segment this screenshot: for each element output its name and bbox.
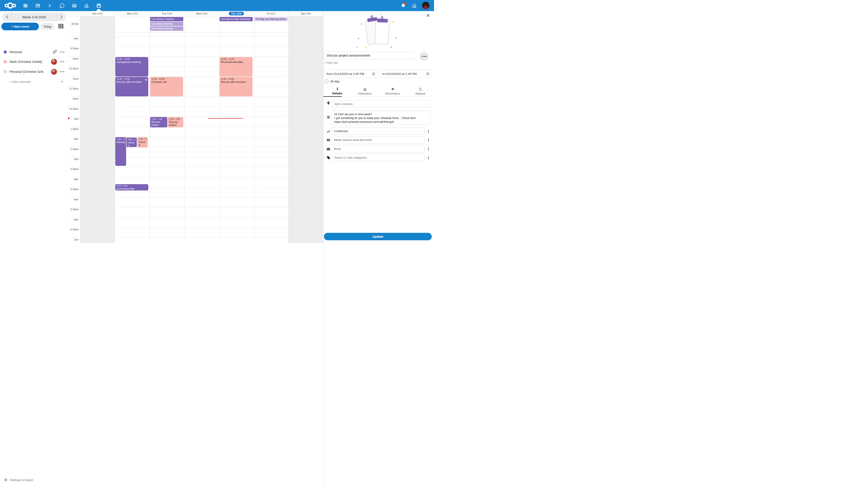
- calendar-item-work-christine[interactable]: Work (Christine Schott): [0, 58, 68, 66]
- calendar-name: Personal (Christine Scho...: [9, 70, 43, 74]
- availability-briefcase-icon: [327, 147, 331, 151]
- day-header-sun: Sun 1/12: [80, 11, 115, 16]
- new-event-button[interactable]: + New event: [1, 23, 39, 30]
- time-label: 6:30pm: [68, 228, 79, 231]
- event-time: 2:00 - 2:30: [138, 138, 147, 141]
- share-link-icon[interactable]: [53, 50, 57, 55]
- week-grid[interactable]: Sun 1/12 Mon 1/13 Tue 1/14 Wed 1/15 Thu …: [68, 11, 323, 243]
- status-select[interactable]: Confirmed: [332, 127, 425, 135]
- sidebar: Week 3 of 2020 + New event Today Persona…: [0, 11, 68, 243]
- time-label: 5:30pm: [68, 208, 79, 211]
- today-button[interactable]: Today: [41, 23, 54, 30]
- availability-select[interactable]: Busy: [332, 145, 425, 152]
- allday-event-cancelled[interactable]: Line dance training: [150, 26, 183, 31]
- timezone-globe-icon[interactable]: [426, 72, 430, 76]
- day-header-thu-today: Thu 1/16: [219, 11, 254, 16]
- calendar-menu-icon[interactable]: [59, 61, 66, 62]
- attendees-icon: [363, 87, 367, 91]
- time-label: 5pm: [68, 198, 79, 201]
- event-time: 10:00 - 11:00: [117, 58, 147, 60]
- event-end-field[interactable]: to 01/14/2020 at 1:30 PM: [380, 70, 432, 78]
- event-title: Discuss project: [169, 121, 182, 127]
- day-header-fri: Fri 1/17: [254, 11, 288, 16]
- previous-week-button[interactable]: [2, 13, 12, 21]
- contacts-menu-icon[interactable]: [412, 3, 417, 8]
- view-toggle-icon[interactable]: [59, 24, 63, 29]
- tab-attendees[interactable]: Attendees: [351, 86, 379, 96]
- calendar-color-dot: [4, 60, 7, 63]
- notification-badge: [404, 2, 406, 4]
- event-illustration: + +: [358, 17, 400, 51]
- nextcloud-logo[interactable]: [4, 2, 16, 8]
- calendar-menu-icon[interactable]: [59, 52, 66, 53]
- categories-input[interactable]: [332, 154, 425, 161]
- status-info-icon[interactable]: i: [427, 129, 430, 134]
- timezone-globe-icon[interactable]: [372, 72, 375, 76]
- last-modified-label: 2 days ago: [324, 61, 338, 64]
- calendar-item-personal-christine[interactable]: Personal (Christine Scho...: [0, 68, 68, 76]
- allday-event[interactable]: Line Dance Training: [150, 17, 183, 21]
- time-label: 4:30pm: [68, 188, 79, 191]
- event-editor-panel: × + + 2 days ago from 01/14/2020 at 1:00…: [323, 11, 434, 243]
- event-time: 10:00 - 11:00: [221, 58, 251, 60]
- all-day-checkbox[interactable]: [325, 80, 328, 83]
- time-label: 1:30pm: [68, 127, 79, 130]
- event[interactable]: 2:00 - 2:30 check-in: [126, 137, 137, 147]
- shared-by-avatar: [51, 69, 57, 75]
- calendar-name: Work (Christine Schott): [9, 60, 42, 64]
- event-title: Phonecall with Abby: [221, 61, 251, 64]
- photos-icon[interactable]: [35, 3, 40, 8]
- files-icon[interactable]: [23, 3, 28, 8]
- event[interactable]: 1:00 - 1:30 Discuss project announcement: [150, 117, 167, 127]
- allday-row-label: all-day: [68, 22, 79, 25]
- event-title-input[interactable]: [324, 52, 414, 59]
- event-start-field[interactable]: from 01/14/2020 at 1:00 PM: [324, 70, 377, 78]
- event-title: Discuss office furniture: [221, 81, 251, 84]
- allday-event[interactable]: The Big Line Dancing Show: [254, 17, 288, 21]
- time-label: 2:30pm: [68, 148, 79, 150]
- event[interactable]: 4:20 - 4:40 purchasing dept: [115, 184, 148, 191]
- event-title: Discuss project announcement: [151, 121, 166, 127]
- visibility-info-icon[interactable]: i: [427, 138, 430, 142]
- event[interactable]: 1:00 - 1:30 Discuss project: [167, 117, 183, 127]
- event[interactable]: 11:00 - 12:00 Company call: [150, 77, 183, 96]
- event-title: purchasing dept: [117, 187, 147, 190]
- week-label: Week 3 of 2020: [12, 13, 56, 21]
- contacts-icon[interactable]: [84, 3, 89, 8]
- allday-event[interactable]: Line dance main rehearsal: [219, 17, 253, 21]
- next-week-button[interactable]: [56, 13, 66, 21]
- new-calendar-button[interactable]: + New calendar +: [0, 78, 68, 85]
- mail-icon[interactable]: [72, 3, 77, 8]
- event[interactable]: 10:00 - 11:00 Phonecall with Abby: [219, 57, 252, 77]
- day-header-tue: Tue 1/14: [150, 11, 184, 16]
- event[interactable]: 11:00 - 12:00 Discuss office furniture: [115, 77, 148, 96]
- user-avatar[interactable]: [422, 2, 430, 9]
- event-actions-menu-icon[interactable]: [420, 52, 429, 61]
- availability-info-icon[interactable]: i: [427, 147, 430, 151]
- calendar-color-dot: [4, 70, 7, 73]
- allday-event-cancelled[interactable]: Line dance training: [150, 22, 183, 26]
- event[interactable]: 2:00 - 2:30 check-in: [137, 137, 148, 147]
- visibility-select[interactable]: When shared show full event: [332, 136, 425, 143]
- categories-info-icon[interactable]: i: [427, 156, 430, 160]
- event[interactable]: 10:00 - 11:00 management meeting: [115, 57, 148, 77]
- tab-repeat[interactable]: Repeat: [407, 86, 434, 96]
- calendar-item-personal[interactable]: Personal: [0, 48, 68, 56]
- close-icon[interactable]: ×: [426, 12, 430, 18]
- event-start-value: from 01/14/2020 at 1:00 PM: [327, 72, 364, 76]
- event-title: Company call: [151, 81, 182, 84]
- calendar-menu-icon[interactable]: [59, 71, 66, 72]
- weekend-column-sat: [289, 16, 323, 243]
- event-time: 4:20 - 4:40: [117, 184, 147, 187]
- tab-reminders[interactable]: Reminders: [379, 86, 407, 96]
- activity-icon[interactable]: [47, 3, 53, 8]
- talk-icon[interactable]: [59, 3, 65, 8]
- event[interactable]: 11:00 - 12:00 Discuss office furniture: [219, 77, 252, 96]
- event[interactable]: 2:00 - 3:30 training: [115, 137, 126, 166]
- description-textarea[interactable]: Hi Carl! are you in next week? I got som…: [332, 111, 430, 125]
- current-time-arrow: [68, 117, 70, 119]
- update-button[interactable]: Update: [324, 233, 432, 240]
- calendar-icon[interactable]: [96, 3, 101, 8]
- location-input[interactable]: [332, 100, 430, 108]
- tab-details[interactable]: i Details: [323, 86, 351, 96]
